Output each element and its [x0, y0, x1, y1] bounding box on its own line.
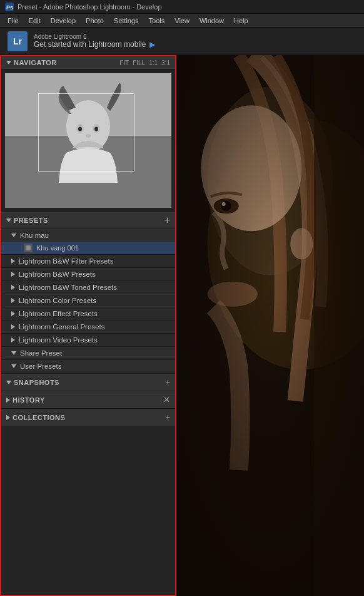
- presets-section: Presets + Khu mau Khu vang 001: [1, 212, 175, 595]
- svg-point-10: [86, 134, 91, 138]
- preset-group-bwfilter-name: Lightroom B&W Filter Presets: [19, 257, 113, 265]
- preset-group-sharepreset-name: Share Preset: [20, 349, 62, 357]
- menu-bar: File Edit Develop Photo Settings Tools V…: [0, 14, 364, 28]
- navigator-controls: FIT FILL 1:1 3:1: [119, 59, 170, 66]
- preset-group-bwfilter-header[interactable]: Lightroom B&W Filter Presets: [1, 255, 175, 267]
- nav-fit[interactable]: FIT: [119, 59, 129, 66]
- general-expand-icon: [11, 324, 15, 329]
- title-bar-text: Preset - Adobe Photoshop Lightroom - Dev…: [18, 3, 162, 11]
- lr-header-info: Adobe Lightroom 6 Get started with Light…: [34, 33, 155, 49]
- preset-group-userpresets-header[interactable]: User Presets: [1, 360, 175, 372]
- history-section: History ✕: [1, 391, 175, 408]
- menu-window[interactable]: Window: [195, 16, 229, 26]
- preset-group-video-name: Lightroom Video Presets: [19, 336, 98, 344]
- preset-group-khumau-header[interactable]: Khu mau: [1, 229, 175, 242]
- main-content: Navigator FIT FILL 1:1 3:1: [0, 55, 364, 596]
- history-title: History: [13, 396, 45, 404]
- snapshots-header[interactable]: Snapshots +: [1, 374, 175, 391]
- svg-text:Ps: Ps: [6, 4, 13, 11]
- preset-group-sharepreset: Share Preset: [1, 347, 175, 360]
- preset-group-effect-name: Lightroom Effect Presets: [19, 310, 98, 317]
- menu-tools[interactable]: Tools: [144, 16, 170, 26]
- menu-develop[interactable]: Develop: [46, 16, 81, 26]
- nav-image-wrapper: [5, 73, 171, 208]
- nav-1to1[interactable]: 1:1: [149, 59, 158, 66]
- history-close-button[interactable]: ✕: [163, 395, 170, 404]
- preset-group-bw-header[interactable]: Lightroom B&W Presets: [1, 268, 175, 280]
- navigator-header[interactable]: Navigator FIT FILL 1:1 3:1: [1, 56, 175, 69]
- preset-group-general: Lightroom General Presets: [1, 321, 175, 334]
- collections-title: Collections: [13, 414, 65, 421]
- preset-group-bwtoned-header[interactable]: Lightroom B&W Toned Presets: [1, 281, 175, 294]
- menu-file[interactable]: File: [3, 16, 24, 26]
- effect-expand-icon: [11, 311, 15, 316]
- navigator-section: Navigator FIT FILL 1:1 3:1: [1, 56, 175, 212]
- khumau-collapse-icon: [11, 234, 16, 237]
- presets-add-button[interactable]: +: [164, 215, 170, 225]
- snapshots-title: Snapshots: [14, 379, 59, 386]
- lr-promo-text: Get started with Lightroom mobile: [34, 40, 146, 49]
- nav-fill[interactable]: FILL: [133, 59, 145, 66]
- collections-header-left: Collections: [6, 414, 65, 421]
- preset-group-userpresets-name: User Presets: [20, 362, 61, 370]
- collections-section: Collections +: [1, 408, 175, 426]
- main-photo-svg: [176, 55, 364, 596]
- preset-group-color-header[interactable]: Lightroom Color Presets: [1, 294, 175, 307]
- preset-item-khuvang001[interactable]: Khu vang 001: [1, 242, 175, 254]
- lr-header: Lr Adobe Lightroom 6 Get started with Li…: [0, 28, 364, 55]
- svg-rect-21: [176, 55, 364, 596]
- video-expand-icon: [11, 337, 15, 342]
- preset-group-color: Lightroom Color Presets: [1, 294, 175, 307]
- preset-group-video-header[interactable]: Lightroom Video Presets: [1, 334, 175, 346]
- menu-photo[interactable]: Photo: [81, 16, 109, 26]
- collections-header[interactable]: Collections +: [1, 409, 175, 426]
- main-photo: [176, 55, 364, 596]
- nav-photo: [5, 73, 171, 208]
- title-bar: Ps Preset - Adobe Photoshop Lightroom - …: [0, 0, 364, 14]
- preset-group-khumau: Khu mau Khu vang 001: [1, 229, 175, 255]
- svg-point-9: [94, 127, 98, 131]
- preset-group-effect-header[interactable]: Lightroom Effect Presets: [1, 307, 175, 320]
- preset-group-color-name: Lightroom Color Presets: [19, 297, 96, 304]
- preset-item-khuvang001-name: Khu vang 001: [36, 244, 79, 252]
- history-expand-icon: [6, 398, 10, 403]
- snapshots-add-button[interactable]: +: [165, 378, 170, 387]
- lr-promo[interactable]: Get started with Lightroom mobile ▶: [34, 40, 155, 49]
- history-header[interactable]: History ✕: [1, 391, 175, 408]
- preset-group-bwfilter: Lightroom B&W Filter Presets: [1, 255, 175, 268]
- app-icon: Ps: [5, 3, 14, 11]
- preset-group-bwtoned-name: Lightroom B&W Toned Presets: [19, 284, 117, 291]
- bw-expand-icon: [11, 272, 15, 277]
- left-panel: Navigator FIT FILL 1:1 3:1: [0, 55, 176, 596]
- collections-add-button[interactable]: +: [165, 413, 170, 422]
- preset-group-bwtoned: Lightroom B&W Toned Presets: [1, 281, 175, 294]
- presets-title: Presets: [14, 217, 48, 224]
- navigator-image-container: [1, 69, 175, 212]
- preset-group-general-name: Lightroom General Presets: [19, 323, 104, 331]
- bwfilter-expand-icon: [11, 259, 15, 264]
- svg-point-8: [78, 127, 82, 131]
- lr-promo-arrow[interactable]: ▶: [149, 40, 155, 49]
- color-expand-icon: [11, 298, 15, 303]
- right-panel: [176, 55, 364, 596]
- menu-edit[interactable]: Edit: [24, 16, 46, 26]
- preset-group-sharepreset-header[interactable]: Share Preset: [1, 347, 175, 359]
- preset-group-bw-name: Lightroom B&W Presets: [19, 270, 96, 278]
- preset-group-bw: Lightroom B&W Presets: [1, 268, 175, 281]
- menu-view[interactable]: View: [169, 16, 195, 26]
- lr-app-name: Adobe Lightroom 6: [34, 33, 155, 40]
- nav-photo-svg: [5, 73, 171, 208]
- navigator-collapse-icon: [6, 61, 11, 64]
- preset-group-video: Lightroom Video Presets: [1, 334, 175, 347]
- sharepreset-collapse-icon: [11, 351, 16, 355]
- preset-item-icon-inner: [26, 245, 31, 250]
- preset-item-icon: [24, 244, 33, 252]
- presets-header: Presets +: [1, 212, 175, 229]
- nav-3to1[interactable]: 3:1: [161, 59, 170, 66]
- menu-settings[interactable]: Settings: [109, 16, 144, 26]
- navigator-title: Navigator: [14, 59, 57, 66]
- menu-help[interactable]: Help: [229, 16, 253, 26]
- preset-group-userpresets: User Presets: [1, 360, 175, 373]
- snapshots-collapse-icon: [6, 381, 11, 384]
- preset-group-general-header[interactable]: Lightroom General Presets: [1, 321, 175, 333]
